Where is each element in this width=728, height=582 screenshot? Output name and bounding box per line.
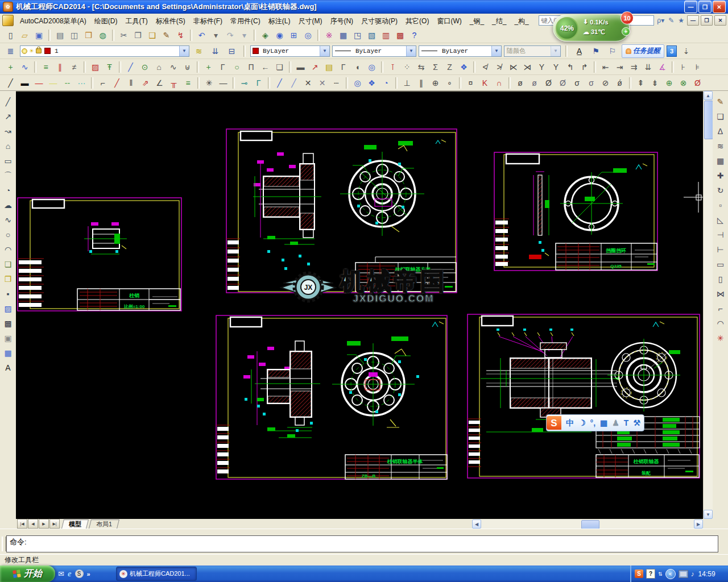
chevron-down-icon[interactable]: ▼	[491, 46, 501, 56]
circle-group-icon[interactable]: ⊕	[428, 76, 442, 90]
snap-spline-icon[interactable]: ∿	[18, 60, 32, 74]
red-line-icon[interactable]: —	[32, 76, 46, 90]
table-icon[interactable]: ▦	[1, 346, 15, 360]
revcloud-icon[interactable]: ☁	[1, 198, 15, 212]
viewport-icon[interactable]: ❏	[272, 60, 287, 74]
new-file-icon[interactable]: ▯	[3, 28, 18, 42]
tray-arrows-icon[interactable]: ⇅	[658, 571, 663, 577]
keyboard-icon[interactable]: ▦	[600, 419, 607, 427]
horizontal-scroll-thumb[interactable]	[581, 520, 599, 529]
frame-icon[interactable]: Γ	[336, 60, 350, 74]
dim-span1-icon[interactable]: ⊦	[676, 60, 690, 74]
join-icon[interactable]: ⋈	[713, 286, 727, 301]
table-style-icon[interactable]: ⚐	[605, 44, 619, 58]
ortho-mark-icon[interactable]: +	[201, 60, 216, 74]
move-icon[interactable]: ✚	[713, 168, 727, 182]
zoom-previous-icon[interactable]: ◎	[301, 28, 315, 42]
donut-icon[interactable]: ◎	[350, 76, 365, 90]
minimize-button[interactable]: —	[684, 1, 697, 13]
tab-next-icon[interactable]: ▶	[39, 519, 49, 529]
explode-icon[interactable]: ✳	[713, 331, 727, 345]
network-icon[interactable]	[679, 570, 688, 578]
cross1-icon[interactable]: ✕	[301, 76, 315, 90]
make-block-icon[interactable]: ❐	[1, 272, 15, 286]
ellipse-arc-icon[interactable]: ◠	[1, 242, 15, 256]
extend-icon[interactable]: ⊢	[713, 242, 727, 256]
menu-item-14[interactable]: _构_	[510, 15, 532, 27]
mdi-minimize-button[interactable]: —	[687, 15, 699, 26]
dia8-icon[interactable]: ǿ	[613, 76, 627, 90]
trim-c-icon[interactable]: ⋉	[506, 60, 520, 74]
sheet-set-icon[interactable]: ※	[322, 28, 336, 42]
trim-e-icon[interactable]: Υ	[535, 60, 549, 74]
star-break-icon[interactable]: ✳	[202, 76, 216, 90]
small-circle-icon[interactable]: ∘	[442, 76, 457, 90]
node-link-icon[interactable]: ⊸	[237, 76, 251, 90]
dim-chain-icon[interactable]: ⇉	[627, 60, 641, 74]
sphere-icon[interactable]: ◔	[379, 76, 393, 90]
command-grip[interactable]	[2, 537, 6, 551]
plus-icon[interactable]: +	[622, 27, 630, 36]
color-combo[interactable]: ByLayer ▼	[250, 45, 330, 57]
match-properties-icon[interactable]: ✎	[159, 28, 173, 42]
speaker-icon[interactable]: ♪	[691, 570, 694, 578]
quick-text-icon[interactable]: ⊎	[180, 60, 195, 74]
thick-line-icon[interactable]: ▬	[18, 76, 32, 90]
cut-icon[interactable]: ✂	[117, 28, 131, 42]
scroll-up-icon[interactable]: ▲	[704, 91, 713, 100]
materials-icon[interactable]: ▥	[379, 28, 393, 42]
tab-prev-icon[interactable]: ◀	[28, 519, 38, 529]
person-icon[interactable]: ♟	[612, 419, 619, 427]
para-icon[interactable]: ∥	[414, 76, 428, 90]
chevron-down-icon[interactable]: ▼	[179, 46, 189, 56]
line-icon[interactable]: ╱	[1, 94, 15, 109]
trim-h-icon[interactable]: ↱	[577, 60, 592, 74]
tab-first-icon[interactable]: |◀	[17, 519, 27, 529]
rotate-icon[interactable]: ↻	[713, 183, 727, 197]
dim-edit3-icon[interactable]: ⊕	[662, 76, 676, 90]
z-axis-icon[interactable]: Z	[442, 60, 457, 74]
trim-g-icon[interactable]: ↰	[563, 60, 577, 74]
mline-icon[interactable]: ≡	[39, 60, 53, 74]
node-angle-icon[interactable]: Γ	[251, 76, 266, 90]
polyline-icon[interactable]: ↗	[1, 109, 15, 123]
browser-s-icon[interactable]: S	[75, 569, 84, 578]
command-input[interactable]: 命令:	[6, 535, 718, 552]
dia3-icon[interactable]: Ø	[541, 76, 556, 90]
mdi-restore-button[interactable]: ❐	[701, 15, 713, 26]
cyan-dots-icon[interactable]: ···	[75, 76, 89, 90]
chevron-down-icon[interactable]: ▼	[320, 46, 329, 56]
scroll-right-icon[interactable]: ▶	[694, 519, 703, 529]
dim-span2-icon[interactable]: ⊧	[690, 60, 705, 74]
arrow-left-icon[interactable]: ←	[258, 60, 272, 74]
trim-f-icon[interactable]: Y	[549, 60, 563, 74]
dash-break-icon[interactable]: —	[216, 76, 230, 90]
dash-dot-icon[interactable]: ┄	[329, 76, 344, 90]
tray-arrow-icon[interactable]: ⇣	[679, 44, 693, 58]
swap-icon[interactable]: ⇆	[414, 60, 428, 74]
quick-wave-icon[interactable]: ∿	[166, 60, 180, 74]
cross2-icon[interactable]: ✕	[315, 76, 329, 90]
menu-item-5[interactable]: 常用件(C)	[226, 15, 264, 27]
moon-icon[interactable]: ☽	[578, 419, 586, 427]
lineweight-combo[interactable]: ByLayer ▼	[419, 45, 502, 57]
punctuation-icon[interactable]: °,	[590, 419, 596, 427]
scroll-down-icon[interactable]: ▼	[704, 510, 713, 519]
notification-badge[interactable]: 10	[621, 11, 634, 24]
rails-icon[interactable]: Π	[244, 60, 258, 74]
table-top-icon[interactable]: Ŧ	[102, 60, 117, 74]
pan-icon[interactable]: ◈	[258, 28, 272, 42]
trim-a-icon[interactable]: ≮	[478, 60, 492, 74]
layer-combo[interactable]: ☀ 1 ▼	[20, 45, 189, 57]
zoom-realtime-icon[interactable]: ◉	[272, 28, 287, 42]
skin-shirt-icon[interactable]: T	[624, 419, 629, 427]
arrow-line-icon[interactable]: ⇗	[138, 76, 152, 90]
chevron-down-icon[interactable]: ▼	[406, 46, 416, 56]
layer-previous-icon[interactable]: ⇊	[208, 44, 222, 58]
menu-item-7[interactable]: 尺寸(M)	[294, 15, 326, 27]
sogou-logo-icon[interactable]: S	[547, 416, 561, 430]
web-icon[interactable]: ◍	[96, 28, 110, 42]
snap-point-icon[interactable]: +	[3, 60, 18, 74]
dia7-icon[interactable]: ⊘	[598, 76, 613, 90]
internet-explorer-icon[interactable]: e	[68, 569, 72, 579]
